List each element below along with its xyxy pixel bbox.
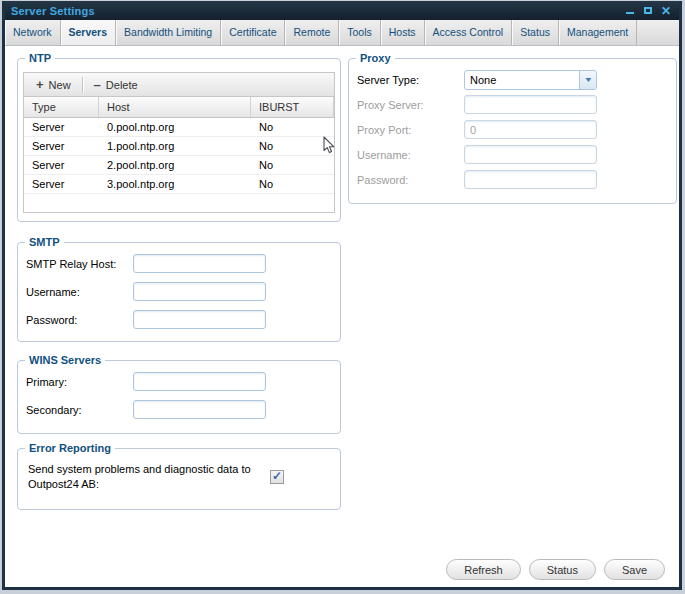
wins-secondary-input[interactable] xyxy=(133,400,266,419)
ntp-table: Type Host IBURST Server 0.pool.ntp.org N… xyxy=(24,97,334,212)
minimize-icon[interactable] xyxy=(623,4,637,18)
ntp-delete-button[interactable]: – Delete xyxy=(88,75,144,95)
ntp-section: NTP + New – Delete Type Host xyxy=(17,52,341,222)
smtp-password-input[interactable] xyxy=(133,310,266,329)
tab-tools[interactable]: Tools xyxy=(339,20,381,45)
footer-buttons: Refresh Status Save xyxy=(446,559,665,580)
wins-primary-input[interactable] xyxy=(133,372,266,391)
smtp-section: SMTP SMTP Relay Host: Username: Password… xyxy=(17,236,341,342)
toolbar-separator xyxy=(82,77,83,93)
titlebar: Server Settings ✕ xyxy=(5,1,679,20)
cell-host: 2.pool.ntp.org xyxy=(99,156,251,174)
tab-servers[interactable]: Servers xyxy=(61,20,117,45)
ntp-new-label: New xyxy=(49,79,71,91)
ntp-new-button[interactable]: + New xyxy=(30,75,77,95)
smtp-legend: SMTP xyxy=(25,236,64,248)
server-type-value: None xyxy=(465,74,579,86)
error-reporting-label: Send system problems and diagnostic data… xyxy=(28,462,256,492)
table-row[interactable]: Server 0.pool.ntp.org No xyxy=(24,118,334,137)
chevron-down-icon: ▼ xyxy=(583,76,593,83)
proxy-section: Proxy Server Type: None ▼ Proxy Server: xyxy=(348,52,677,204)
error-reporting-checkbox[interactable]: ✓ xyxy=(270,470,284,484)
save-button[interactable]: Save xyxy=(604,559,665,580)
smtp-username-input[interactable] xyxy=(133,282,266,301)
wins-legend: WINS Servers xyxy=(25,354,105,366)
proxy-username-label: Username: xyxy=(357,149,464,161)
proxy-legend: Proxy xyxy=(356,52,395,64)
window-controls: ✕ xyxy=(623,4,673,18)
minus-icon: – xyxy=(94,78,101,91)
wins-secondary-label: Secondary: xyxy=(26,404,133,416)
table-row[interactable]: Server 2.pool.ntp.org No xyxy=(24,156,334,175)
proxy-port-label: Proxy Port: xyxy=(357,124,464,136)
smtp-relay-host-input[interactable] xyxy=(133,254,266,273)
cell-iburst: No xyxy=(251,137,334,155)
proxy-username-input[interactable] xyxy=(464,145,597,164)
proxy-server-label: Proxy Server: xyxy=(357,99,464,111)
server-settings-window: Server Settings ✕ Network Servers Bandwi… xyxy=(2,1,682,590)
tab-bar: Network Servers Bandwidth Limiting Certi… xyxy=(5,20,679,46)
error-reporting-section: Error Reporting Send system problems and… xyxy=(17,442,341,510)
column-header-iburst[interactable]: IBURST xyxy=(251,97,334,117)
window-title: Server Settings xyxy=(11,5,95,17)
table-row[interactable]: Server 1.pool.ntp.org No xyxy=(24,137,334,156)
cell-host: 0.pool.ntp.org xyxy=(99,118,251,136)
dropdown-button[interactable]: ▼ xyxy=(579,71,596,89)
status-button[interactable]: Status xyxy=(529,559,596,580)
tab-certificate[interactable]: Certificate xyxy=(221,20,285,45)
wins-primary-label: Primary: xyxy=(26,376,133,388)
ntp-panel: + New – Delete Type Host IBURST xyxy=(23,72,335,213)
server-type-label: Server Type: xyxy=(357,74,464,86)
cell-type: Server xyxy=(24,175,99,193)
ntp-delete-label: Delete xyxy=(106,79,138,91)
proxy-password-input[interactable] xyxy=(464,170,597,189)
ntp-legend: NTP xyxy=(25,52,55,64)
tab-bandwidth-limiting[interactable]: Bandwidth Limiting xyxy=(116,20,221,45)
refresh-button[interactable]: Refresh xyxy=(446,559,521,580)
maximize-icon[interactable] xyxy=(641,4,655,18)
tab-hosts[interactable]: Hosts xyxy=(381,20,425,45)
ntp-table-header: Type Host IBURST xyxy=(24,97,334,118)
plus-icon: + xyxy=(36,78,44,91)
cell-type: Server xyxy=(24,118,99,136)
ntp-toolbar: + New – Delete xyxy=(24,73,334,97)
cell-host: 1.pool.ntp.org xyxy=(99,137,251,155)
cell-type: Server xyxy=(24,137,99,155)
tab-content-servers: NTP + New – Delete Type Host xyxy=(5,46,679,587)
tab-access-control[interactable]: Access Control xyxy=(425,20,513,45)
tab-network[interactable]: Network xyxy=(5,20,61,45)
column-header-type[interactable]: Type xyxy=(24,97,99,117)
server-type-select[interactable]: None ▼ xyxy=(464,70,597,90)
cell-iburst: No xyxy=(251,156,334,174)
proxy-port-input[interactable] xyxy=(464,120,597,139)
cell-iburst: No xyxy=(251,118,334,136)
proxy-server-input[interactable] xyxy=(464,95,597,114)
close-icon[interactable]: ✕ xyxy=(659,4,673,18)
error-reporting-legend: Error Reporting xyxy=(25,442,115,454)
cell-host: 3.pool.ntp.org xyxy=(99,175,251,193)
tab-remote[interactable]: Remote xyxy=(285,20,339,45)
table-row[interactable]: Server 3.pool.ntp.org No xyxy=(24,175,334,194)
tab-status[interactable]: Status xyxy=(512,20,559,45)
smtp-relay-host-label: SMTP Relay Host: xyxy=(26,258,133,270)
check-icon: ✓ xyxy=(272,470,282,482)
tab-management[interactable]: Management xyxy=(559,20,637,45)
proxy-password-label: Password: xyxy=(357,174,464,186)
column-header-host[interactable]: Host xyxy=(99,97,251,117)
smtp-password-label: Password: xyxy=(26,314,133,326)
cell-iburst: No xyxy=(251,175,334,193)
cell-type: Server xyxy=(24,156,99,174)
wins-section: WINS Servers Primary: Secondary: xyxy=(17,354,341,434)
smtp-username-label: Username: xyxy=(26,286,133,298)
